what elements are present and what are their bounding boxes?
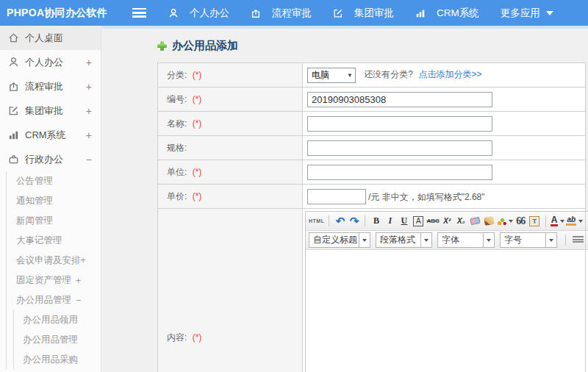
editor-toolbar-row1: HTML ↶ ↷ B I U A ABC X² X₂: [306, 212, 588, 231]
dropdown-button: [420, 233, 431, 247]
submenu-office-supplies-mgmt[interactable]: 办公用品管理 −: [7, 290, 101, 310]
spec-input[interactable]: [307, 140, 492, 156]
required-mark: (*): [193, 118, 202, 129]
undo-button[interactable]: ↶: [334, 214, 346, 229]
caret-down-icon: [424, 239, 429, 242]
submenu-announcement-mgmt[interactable]: 公告管理: [7, 171, 101, 191]
caret-down-icon: [362, 239, 367, 242]
align-left-icon[interactable]: [573, 236, 584, 244]
form-row-name: 名称: (*): [158, 112, 586, 136]
category-select[interactable]: 电脑 ▼: [307, 68, 356, 83]
sidebar-item-personal-desktop[interactable]: 个人桌面: [0, 26, 101, 50]
page-title-text: 办公用品添加: [172, 39, 238, 53]
submenu-fixed-assets-mgmt[interactable]: 固定资产管理 +: [7, 271, 101, 290]
caret-down-icon: [560, 220, 564, 223]
char-border-button[interactable]: A: [413, 216, 423, 226]
sidebar-item-group-approval[interactable]: 集团审批 +: [0, 99, 101, 123]
submenu-events-mgmt[interactable]: 大事记管理: [7, 231, 101, 251]
code-input[interactable]: [307, 92, 492, 107]
subsubmenu-supplies-purchase[interactable]: 办公用品采购: [14, 350, 101, 370]
sidebar-item-personal-office[interactable]: 个人办公 +: [0, 50, 101, 74]
submenu-news-mgmt[interactable]: 新闻管理: [7, 211, 101, 231]
underline-button[interactable]: U: [398, 214, 410, 229]
spray-color-icon: [497, 217, 506, 226]
caret-down-icon: [549, 239, 553, 242]
nav-label: 流程审批: [272, 7, 312, 20]
flow-icon: [251, 8, 262, 18]
redo-button[interactable]: ↷: [348, 214, 360, 229]
brush-icon: [484, 216, 494, 226]
nav-personal-office[interactable]: 个人办公: [168, 7, 229, 20]
toolbar-separator: [545, 215, 546, 226]
superscript-button[interactable]: X²: [441, 214, 453, 229]
submenu-label: 办公用品管理: [23, 334, 78, 346]
field-label: 分类:: [167, 70, 187, 80]
expand-toggle[interactable]: +: [86, 129, 92, 141]
collapse-toggle[interactable]: −: [76, 296, 81, 306]
sidebar-item-admin-office[interactable]: 行政办公 −: [0, 147, 101, 171]
field-label: 单位:: [167, 167, 187, 177]
category-label-cell: 分类: (*): [158, 63, 303, 87]
submenu-meeting-request[interactable]: 会议申请及安排+: [7, 251, 101, 271]
bold-button[interactable]: B: [370, 214, 382, 229]
expand-toggle[interactable]: +: [76, 276, 81, 286]
name-input[interactable]: [307, 116, 492, 132]
format-painter-button[interactable]: [483, 214, 495, 229]
subscript-button[interactable]: X₂: [455, 214, 467, 229]
unit-label-cell: 单位: (*): [158, 160, 303, 185]
home-icon: [8, 32, 20, 43]
submenu-notice-mgmt[interactable]: 通知管理: [7, 191, 101, 211]
expand-toggle[interactable]: +: [86, 105, 92, 117]
nav-more-apps[interactable]: 更多应用: [501, 7, 553, 20]
submenu-label: 公告管理: [16, 175, 53, 187]
nav-workflow-approval[interactable]: 流程审批: [251, 7, 312, 20]
emoticon-button[interactable]: [497, 214, 513, 229]
eraser-icon: [470, 217, 481, 226]
paragraph-format-select[interactable]: 段落格式: [376, 232, 432, 248]
paste-as-text-button[interactable]: T: [528, 214, 541, 229]
font-family-select[interactable]: 字体: [437, 232, 495, 248]
strikethrough-button[interactable]: ABC: [426, 214, 439, 229]
remove-format-button[interactable]: [469, 214, 481, 229]
caret-down-icon: [509, 220, 513, 223]
hamburger-menu-icon[interactable]: [132, 8, 146, 18]
code-label-cell: 编号: (*): [158, 87, 303, 112]
heading-select[interactable]: 自定义标题: [309, 232, 370, 248]
add-category-link[interactable]: 点击添加分类>>: [418, 69, 481, 79]
price-input[interactable]: [307, 189, 366, 204]
form-row-content: 内容: (*) HTML ↶ ↷ B I U A: [158, 209, 586, 372]
nav-group-approval[interactable]: 集团审批: [333, 7, 394, 20]
nav-label: 集团审批: [354, 7, 394, 20]
form-row-category: 分类: (*) 电脑 ▼ 还没有分类? 点击添加分类>>: [158, 63, 586, 87]
price-field-cell: /元 非中文，如填写格式"2.68": [303, 185, 586, 209]
sidebar-item-label: 个人办公: [25, 56, 63, 69]
html-source-button[interactable]: HTML: [309, 214, 324, 229]
font-color-button[interactable]: A: [551, 214, 565, 229]
toolbar-separator: [329, 215, 329, 226]
nav-label: 更多应用: [501, 7, 540, 20]
italic-button[interactable]: I: [384, 214, 396, 229]
highlight-color-button[interactable]: ab: [566, 214, 583, 229]
subsubmenu-supplies-manage[interactable]: 办公用品管理: [14, 330, 101, 350]
category-select-value: 电脑: [312, 69, 329, 82]
sidebar-item-label: 流程审批: [25, 80, 63, 93]
add-supply-form: 分类: (*) 电脑 ▼ 还没有分类? 点击添加分类>> 编号: (*): [157, 62, 586, 372]
blockquote-button[interactable]: 66: [514, 214, 527, 229]
nav-crm-system[interactable]: CRM系统: [415, 7, 479, 20]
sidebar-item-crm-system[interactable]: CRM系统 +: [0, 123, 101, 147]
font-size-select[interactable]: 字号: [500, 232, 557, 248]
subsubmenu-supplies-claim[interactable]: 办公用品领用: [14, 310, 101, 330]
editor-content-area[interactable]: [306, 250, 588, 372]
caret-down-icon: [546, 11, 553, 15]
chart-icon: [415, 8, 427, 18]
unit-input[interactable]: [307, 165, 492, 180]
submenu-label: 办公用品管理: [16, 294, 71, 307]
collapse-toggle[interactable]: −: [86, 154, 92, 165]
sidebar-item-workflow-approval[interactable]: 流程审批 +: [0, 74, 101, 99]
expand-toggle[interactable]: +: [86, 57, 92, 68]
expand-toggle[interactable]: +: [86, 81, 92, 93]
field-label: 编号:: [167, 94, 187, 104]
user-icon: [8, 57, 20, 68]
sidebar: 个人桌面 个人办公 + 流程审批 + 集团审批 + CRM系统 + 行政办公 −: [0, 26, 101, 372]
field-label: 规格:: [167, 143, 187, 153]
